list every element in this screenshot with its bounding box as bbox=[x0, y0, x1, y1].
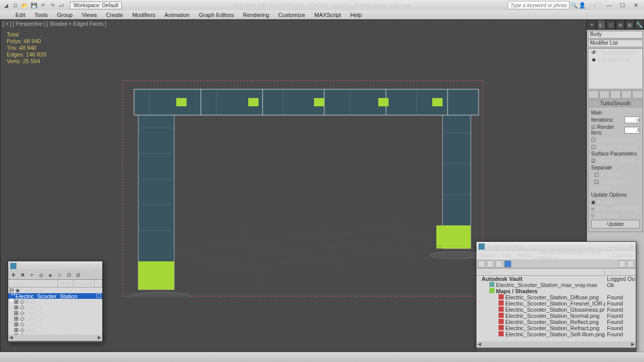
asset-row[interactable]: Electric_Scooter_Station_Self-Illum.pngF… bbox=[476, 331, 636, 337]
smooth-result-checkbox[interactable]: ☑ Smooth Result bbox=[591, 158, 640, 164]
scroll-right-icon[interactable]: ▶ bbox=[98, 335, 101, 341]
update-button[interactable]: Update bbox=[591, 220, 640, 228]
favorites-icon[interactable]: ★ bbox=[593, 2, 598, 9]
asset-row[interactable]: Electric_Scooter_Station_Glossiness.pngF… bbox=[476, 307, 636, 313]
menu-views[interactable]: Views bbox=[82, 12, 97, 18]
explicit-normals-checkbox[interactable]: ☐ Explicit Normals bbox=[591, 144, 640, 150]
tab-create-icon[interactable]: ✦ bbox=[587, 20, 597, 30]
maximize-icon[interactable]: ☐ bbox=[616, 1, 629, 9]
search-input[interactable] bbox=[508, 1, 569, 9]
workspace-selector[interactable]: Workspace: Default bbox=[70, 2, 122, 9]
tab-modify-icon[interactable]: ◐ bbox=[597, 20, 606, 30]
tree-view-icon[interactable] bbox=[487, 260, 494, 268]
iterations-spinner[interactable] bbox=[624, 117, 640, 123]
asset-row[interactable]: Electric_Scooter_Station_Normal.pngFound bbox=[476, 313, 636, 319]
menu-rendering[interactable]: Rendering bbox=[243, 12, 269, 18]
asset-tracking-window[interactable]: Asset Tracking —☐✕ Server File Paths Bit… bbox=[476, 241, 636, 352]
tab-display-icon[interactable]: ▣ bbox=[625, 20, 635, 30]
menu-modifiers[interactable]: Modifiers bbox=[132, 12, 155, 18]
asset-row[interactable]: Autodesk VaultLogged Ou bbox=[476, 276, 636, 282]
modifier-list-dropdown[interactable]: Modifier List bbox=[588, 40, 643, 47]
asset-row[interactable]: Electric_Scooter_Station_Diffuse.pngFoun… bbox=[476, 294, 636, 300]
select-highlight-icon[interactable]: ◎ bbox=[38, 272, 45, 279]
menu-server[interactable]: Server bbox=[480, 252, 496, 258]
tab-hierarchy-icon[interactable]: ⊟ bbox=[606, 20, 616, 30]
scroll-left-icon[interactable]: ◀ bbox=[477, 341, 481, 348]
redo-icon[interactable]: ↷ bbox=[48, 1, 57, 9]
asset-row[interactable]: Maps / Shaders bbox=[476, 288, 636, 294]
new-layer-icon[interactable]: ✚ bbox=[10, 272, 17, 279]
radio-manually[interactable]: ○ Manually bbox=[591, 212, 640, 218]
radio-when-rendering[interactable]: ○ When Rendering bbox=[591, 205, 640, 212]
save-icon[interactable]: 💾 bbox=[30, 1, 38, 9]
exchange-icon[interactable]: ✕ bbox=[587, 2, 592, 9]
smoothing-groups-checkbox[interactable]: ☐ Smoothing Groups bbox=[591, 179, 640, 191]
asset-row[interactable]: Electric_Scooter_Station_Fresnel_IOR.png… bbox=[476, 300, 636, 307]
link-icon[interactable]: ⮐ bbox=[58, 1, 66, 9]
search-icon[interactable]: 🔍 bbox=[571, 2, 578, 9]
menu-create[interactable]: Create bbox=[106, 12, 123, 18]
help-icon[interactable]: ? bbox=[599, 2, 602, 8]
viewport-label[interactable]: [ + ] [ Perspective ] [ Shaded + Edged F… bbox=[3, 21, 106, 27]
delete-layer-icon[interactable]: ✖ bbox=[19, 272, 26, 279]
refresh-icon[interactable] bbox=[478, 260, 485, 268]
tab-motion-icon[interactable]: ◉ bbox=[616, 20, 625, 30]
minimize-icon[interactable]: — bbox=[603, 1, 615, 9]
isoline-checkbox[interactable]: ☐ Isoline Display bbox=[591, 137, 640, 143]
modifier-item[interactable]: 👁 TurboSmooth bbox=[588, 49, 642, 56]
menu-animation[interactable]: Animation bbox=[164, 12, 190, 18]
signin-icon[interactable]: 👤 bbox=[579, 2, 586, 9]
render-iters-spinner[interactable] bbox=[624, 127, 640, 134]
highlight-icon[interactable]: ◈ bbox=[47, 272, 54, 279]
asset-row[interactable]: Electric_Scooter_Station_Reflect.pngFoun… bbox=[476, 319, 636, 325]
expand-icon[interactable]: ⊞ bbox=[75, 272, 82, 279]
menu-edit[interactable]: Edit bbox=[15, 12, 25, 18]
configure-icon[interactable] bbox=[632, 90, 643, 99]
menu-help[interactable]: Help bbox=[351, 12, 362, 18]
open-icon[interactable]: 📂 bbox=[21, 1, 29, 9]
asset-row[interactable]: Electric_Scooter_Station_Refract.pngFoun… bbox=[476, 325, 636, 331]
layer-window-titlebar[interactable]: Layer: 0 (default) ?✕ bbox=[8, 261, 102, 271]
tab-utilities-icon[interactable]: 🔧 bbox=[635, 20, 645, 30]
object-name-field[interactable]: Body bbox=[588, 31, 643, 39]
filter-icon[interactable] bbox=[627, 260, 634, 268]
asset-list[interactable]: Autodesk VaultLogged OuElectric_Scooter_… bbox=[476, 276, 636, 341]
rollout-header[interactable]: TurboSmooth bbox=[588, 100, 642, 107]
radio-always[interactable]: ◉ Always bbox=[591, 199, 640, 205]
menu-paths[interactable]: Paths bbox=[518, 252, 532, 258]
collapse-icon[interactable]: ⊟ bbox=[65, 272, 72, 279]
layer-manager-window[interactable]: Layer: 0 (default) ?✕ ✚ ✖ + ◎ ◈ ◇ ⊟ ⊞ La… bbox=[8, 261, 103, 343]
menu-graph-editors[interactable]: Graph Editors bbox=[199, 12, 234, 18]
remove-mod-icon[interactable] bbox=[621, 90, 632, 99]
close-icon[interactable]: ✕ bbox=[630, 1, 642, 9]
new-icon[interactable]: 🗋 bbox=[11, 1, 20, 9]
scroll-left-icon[interactable]: ◀ bbox=[9, 335, 13, 341]
app-icon[interactable]: ◢ bbox=[2, 1, 10, 9]
pin-stack-icon[interactable] bbox=[588, 90, 599, 99]
close-icon[interactable]: ✕ bbox=[96, 263, 100, 270]
materials-checkbox[interactable]: ☐ Materials bbox=[591, 172, 640, 178]
menu-customize[interactable]: Customize bbox=[279, 12, 305, 18]
highlight-icon[interactable] bbox=[618, 260, 625, 268]
show-end-icon[interactable] bbox=[599, 90, 610, 99]
minimize-icon[interactable]: — bbox=[608, 243, 614, 250]
table-view-icon[interactable] bbox=[495, 260, 503, 268]
modifier-stack[interactable]: 👁 TurboSmooth ■ Editable Poly bbox=[588, 48, 643, 89]
close-icon[interactable]: ✕ bbox=[629, 243, 634, 250]
modifier-item[interactable]: ■ Editable Poly bbox=[588, 56, 642, 63]
list-view-icon[interactable] bbox=[504, 260, 511, 268]
hide-icon[interactable]: ◇ bbox=[56, 272, 63, 279]
scroll-right-icon[interactable]: ▶ bbox=[631, 341, 635, 348]
layer-tree[interactable]: ⊟ ◈ 0 (default) ⊟ ◈ Electric_Scooter_Sta… bbox=[8, 288, 102, 335]
menu-tools[interactable]: Tools bbox=[34, 12, 48, 18]
help-icon[interactable]: ? bbox=[88, 263, 91, 270]
menu-group[interactable]: Group bbox=[57, 12, 73, 18]
asset-row[interactable]: Electric_Scooter_Station_max_vray.maxOk bbox=[476, 282, 636, 288]
menu-options[interactable]: Options bbox=[613, 252, 633, 258]
unique-icon[interactable] bbox=[610, 90, 621, 99]
menu-maxscript[interactable]: MAXScript bbox=[315, 12, 341, 18]
add-selection-icon[interactable]: + bbox=[28, 272, 35, 279]
maximize-icon[interactable]: ☐ bbox=[619, 243, 624, 250]
undo-icon[interactable]: ↶ bbox=[39, 1, 47, 9]
menu-bitmap[interactable]: Bitmap Performance and Memory bbox=[538, 249, 607, 261]
